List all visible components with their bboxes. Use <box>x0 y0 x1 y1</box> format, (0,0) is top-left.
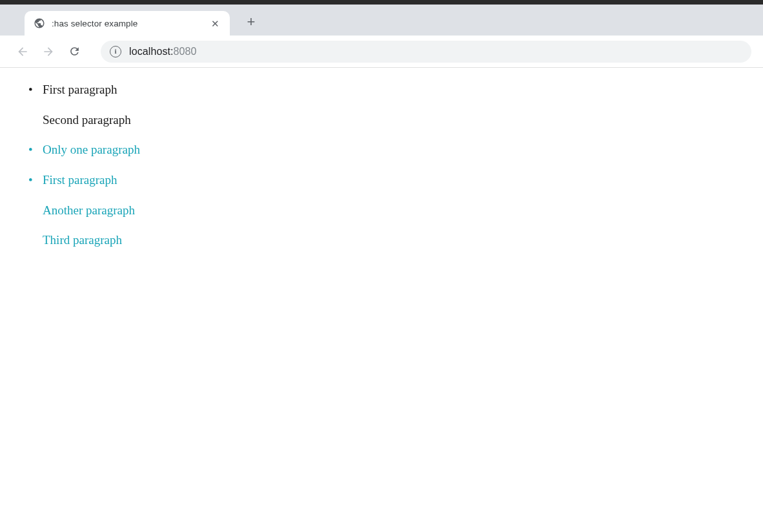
list-item: First paragraphAnother paragraphThird pa… <box>26 172 737 249</box>
paragraph-text: Third paragraph <box>43 232 737 249</box>
browser-window: :has selector example ✕ + i localhost:80… <box>0 0 763 532</box>
reload-icon <box>68 45 81 57</box>
list-item: Only one paragraph <box>26 142 737 158</box>
arrow-right-icon <box>42 45 55 58</box>
arrow-left-icon <box>16 45 29 58</box>
list-item: First paragraphSecond paragraph <box>26 82 737 128</box>
back-button[interactable] <box>12 41 34 63</box>
paragraph-text: Another paragraph <box>43 203 737 219</box>
url-port: 8080 <box>174 46 197 57</box>
paragraph-text: First paragraph <box>43 172 737 189</box>
page-viewport: First paragraphSecond paragraphOnly one … <box>0 68 763 532</box>
url-host: localhost: <box>129 46 174 57</box>
globe-icon <box>34 17 45 29</box>
info-icon[interactable]: i <box>110 46 121 57</box>
paragraph-text: Only one paragraph <box>43 142 737 158</box>
window-top-strip <box>0 0 763 5</box>
content-list: First paragraphSecond paragraphOnly one … <box>26 82 737 249</box>
address-bar[interactable]: i localhost:8080 <box>101 41 751 63</box>
tab-title: :has selector example <box>52 19 203 28</box>
browser-toolbar: i localhost:8080 <box>0 36 763 68</box>
browser-tab[interactable]: :has selector example ✕ <box>25 11 230 36</box>
forward-button[interactable] <box>37 41 59 63</box>
close-icon[interactable]: ✕ <box>209 17 221 29</box>
paragraph-text: First paragraph <box>43 82 737 98</box>
tab-strip: :has selector example ✕ + <box>0 5 763 36</box>
paragraph-text: Second paragraph <box>43 112 737 128</box>
new-tab-button[interactable]: + <box>241 12 261 32</box>
url-text: localhost:8080 <box>129 46 197 57</box>
reload-button[interactable] <box>63 41 85 63</box>
